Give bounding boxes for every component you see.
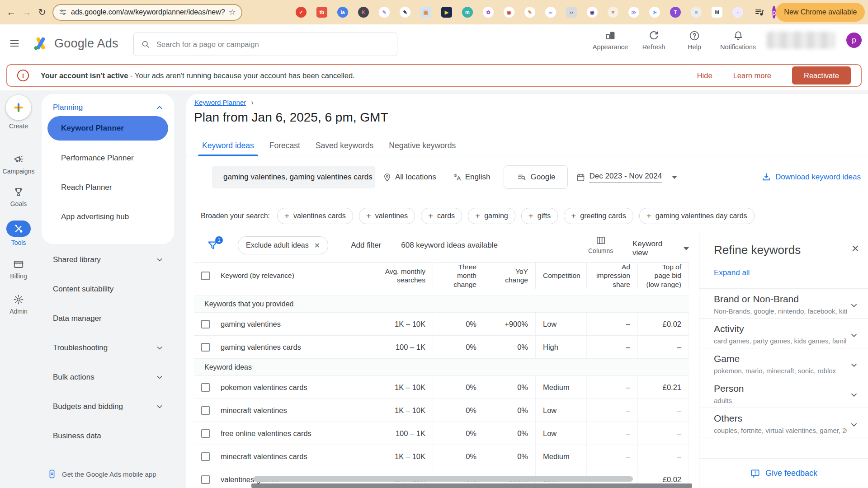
- ext-k[interactable]: K: [358, 7, 369, 18]
- download-keyword-ideas[interactable]: Download keyword ideas: [761, 172, 861, 182]
- exclude-adult-ideas-chip[interactable]: Exclude adult ideas ✕: [238, 236, 328, 254]
- ext-ghost[interactable]: ◖: [732, 7, 743, 18]
- ext-link[interactable]: ∞: [545, 7, 556, 18]
- sidebar-section-planning[interactable]: Planning: [42, 103, 174, 112]
- keyword-view-selector[interactable]: Keyword view: [632, 239, 689, 258]
- close-icon[interactable]: ×: [852, 242, 859, 255]
- refine-section-game[interactable]: Game pokemon, mario, minecraft, sonic, r…: [699, 348, 868, 378]
- row-checkbox[interactable]: [201, 475, 210, 484]
- date-range-selector[interactable]: Dec 2023 - Nov 2024: [576, 172, 677, 183]
- browser-profile-avatar[interactable]: p: [772, 6, 776, 19]
- breadcrumb-keyword-planner[interactable]: Keyword Planner: [194, 99, 246, 106]
- ext-chevrons[interactable]: ≫: [628, 7, 639, 18]
- refresh-button[interactable]: Refresh: [639, 30, 669, 51]
- sidebar-item-bulk-actions[interactable]: Bulk actions: [42, 362, 174, 392]
- ext-ia[interactable]: ia: [337, 7, 348, 18]
- ext-eye[interactable]: ◉: [587, 7, 598, 18]
- ext-photos[interactable]: ▣: [420, 7, 431, 18]
- learn-more-button[interactable]: Learn more: [733, 71, 771, 80]
- sidebar-item-data-manager[interactable]: Data manager: [42, 304, 174, 333]
- ext-todoist[interactable]: ✓: [296, 7, 307, 18]
- account-avatar[interactable]: p: [846, 33, 862, 48]
- menu-icon[interactable]: [9, 38, 20, 49]
- ext-ring[interactable]: ◉: [504, 7, 514, 18]
- ext-metamask[interactable]: ▼: [608, 7, 618, 18]
- global-search-input[interactable]: [156, 40, 390, 49]
- bookmark-star-icon[interactable]: ☆: [229, 7, 236, 17]
- rail-item-goals[interactable]: Goals: [0, 186, 37, 207]
- notifications-button[interactable]: Notifications: [720, 30, 756, 51]
- mobile-app-link[interactable]: Get the Google Ads mobile app: [47, 469, 156, 479]
- refine-section-person[interactable]: Person adults: [699, 378, 868, 408]
- tab-saved-keywords[interactable]: Saved keywords: [308, 136, 381, 156]
- new-chrome-button[interactable]: New Chrome available: [776, 3, 865, 22]
- refine-section-others[interactable]: Others couples, fortnite, virtual valent…: [699, 408, 868, 437]
- ext-pen[interactable]: ✎: [379, 7, 390, 18]
- table-row-gaming-valentines-cards[interactable]: gaming valentines cards 100 – 1K 0% 0% H…: [194, 336, 689, 359]
- broaden-chip-greeting-cards[interactable]: + greeting cards: [564, 208, 633, 224]
- site-settings-icon[interactable]: [59, 8, 67, 16]
- ext-flower[interactable]: ✿: [483, 7, 494, 18]
- network-selector[interactable]: Google: [504, 165, 568, 189]
- add-filter-button[interactable]: Add filter: [351, 241, 381, 250]
- sidebar-item-shared-library[interactable]: Shared library: [42, 245, 174, 274]
- sidebar-item-business-data[interactable]: Business data: [42, 421, 174, 450]
- ext-bird[interactable]: ➤: [649, 7, 660, 18]
- ext-dropper[interactable]: ✎: [400, 7, 410, 18]
- row-checkbox[interactable]: [201, 320, 210, 328]
- tab-forecast[interactable]: Forecast: [262, 136, 308, 156]
- tab-keyword-ideas[interactable]: Keyword ideas: [194, 136, 262, 156]
- hide-button[interactable]: Hide: [697, 71, 712, 80]
- broaden-chip-gaming-valentines-day-cards[interactable]: + gaming valentines day cards: [639, 208, 755, 224]
- rail-item-admin[interactable]: Admin: [0, 294, 37, 315]
- browser-forward-button[interactable]: →: [19, 7, 34, 18]
- global-search[interactable]: [133, 33, 397, 56]
- row-checkbox[interactable]: [201, 452, 210, 461]
- address-bar[interactable]: ads.google.com/aw/keywordplanner/ideas/n…: [52, 4, 242, 21]
- ext-bars[interactable]: ≡: [691, 7, 702, 18]
- help-button[interactable]: Help: [679, 30, 709, 51]
- row-checkbox[interactable]: [201, 383, 210, 392]
- refine-section-brand-or-non-brand[interactable]: Brand or Non-Brand Non-Brands, google, n…: [699, 288, 868, 318]
- browser-back-button[interactable]: ←: [4, 7, 19, 18]
- table-row-minecraft-valentines[interactable]: minecraft valentines 1K – 10K 0% 0% Low …: [194, 399, 689, 422]
- table-row-minecraft-valentines-cards[interactable]: minecraft valentines cards 1K – 10K 0% 0…: [194, 445, 689, 468]
- row-checkbox[interactable]: [201, 343, 210, 352]
- horizontal-scrollbar[interactable]: [253, 476, 633, 482]
- sidebar-item-budgets-and-bidding[interactable]: Budgets and bidding: [42, 392, 174, 421]
- rail-item-billing[interactable]: Billing: [0, 258, 37, 280]
- browser-reload-button[interactable]: ↻: [34, 7, 50, 18]
- appearance-button[interactable]: Appearance: [593, 30, 628, 51]
- google-ads-logo[interactable]: Google Ads: [33, 36, 118, 51]
- reading-list-icon[interactable]: [754, 7, 765, 18]
- expand-all-button[interactable]: Expand all: [714, 268, 750, 277]
- broaden-chip-valentines[interactable]: + valentines: [359, 208, 415, 224]
- sidebar-item-performance-planner[interactable]: Performance Planner: [42, 143, 174, 173]
- sidebar-item-keyword-planner[interactable]: Keyword Planner: [47, 116, 168, 141]
- ext-pencil[interactable]: ✎: [524, 7, 535, 18]
- filter-funnel-button[interactable]: 1: [207, 239, 219, 252]
- ext-m-dark[interactable]: M: [712, 7, 722, 18]
- location-selector[interactable]: All locations: [382, 173, 436, 182]
- give-feedback-button[interactable]: Give feedback: [699, 468, 868, 479]
- close-icon[interactable]: ✕: [314, 241, 320, 250]
- row-checkbox[interactable]: [201, 429, 210, 438]
- ext-code[interactable]: ‹›: [566, 7, 577, 18]
- ext-play[interactable]: ▶: [441, 7, 452, 18]
- table-row-free-online-valentines-cards[interactable]: free online valentines cards 100 – 1K 0%…: [194, 422, 689, 445]
- refine-section-activity[interactable]: Activity card games, party games, kids g…: [699, 318, 868, 348]
- broaden-chip-valentines-cards[interactable]: + valentines cards: [277, 208, 353, 224]
- sidebar-item-reach-planner[interactable]: Reach Planner: [42, 173, 174, 202]
- columns-button[interactable]: Columns: [588, 235, 613, 254]
- broaden-chip-gifts[interactable]: + gifts: [521, 208, 558, 224]
- broaden-chip-gaming[interactable]: + gaming: [468, 208, 515, 224]
- language-selector[interactable]: English: [453, 173, 491, 182]
- keyword-search-field[interactable]: gaming valentines, gaming valentines car…: [212, 166, 375, 188]
- ext-t[interactable]: T: [670, 7, 681, 18]
- table-row-gaming-valentines[interactable]: gaming valentines 1K – 10K 0% +900% Low …: [194, 313, 689, 336]
- row-checkbox[interactable]: [201, 406, 210, 415]
- table-row-pokemon-valentines-cards[interactable]: pokemon valentines cards 1K – 10K 0% 0% …: [194, 376, 689, 399]
- sidebar-item-troubleshooting[interactable]: Troubleshooting: [42, 333, 174, 362]
- sidebar-item-app-advertising-hub[interactable]: App advertising hub: [42, 202, 174, 231]
- sidebar-item-content-suitability[interactable]: Content suitability: [42, 274, 174, 304]
